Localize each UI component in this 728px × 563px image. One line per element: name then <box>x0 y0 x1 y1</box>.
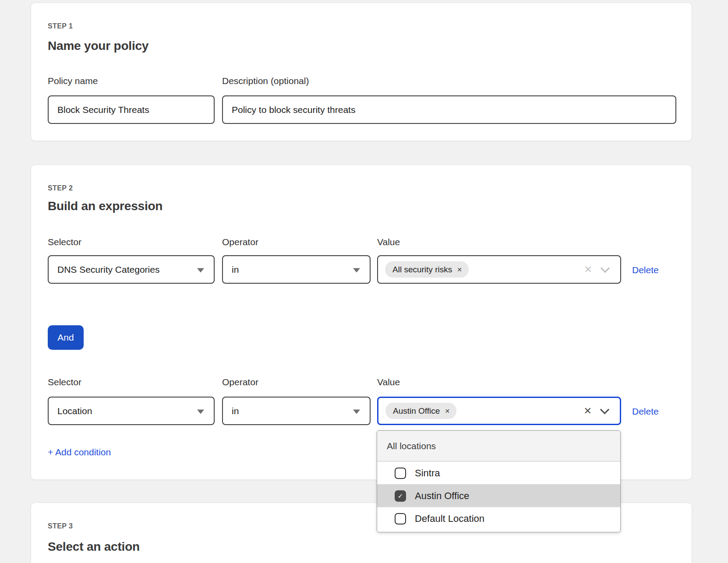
checkbox[interactable]: ✓ <box>395 490 406 502</box>
check-icon: ✓ <box>398 492 403 500</box>
operator-value: in <box>232 264 239 275</box>
policy-name-label: Policy name <box>48 76 98 86</box>
step3-title: Select an action <box>48 540 140 554</box>
chevron-down-icon[interactable] <box>601 264 610 273</box>
policy-name-input[interactable] <box>48 95 215 124</box>
dropdown-group-header: All locations <box>377 431 620 461</box>
value-column-label: Value <box>377 377 400 387</box>
step1-title: Name your policy <box>48 39 148 53</box>
caret-down-icon <box>353 409 360 414</box>
dropdown-option-austin-office[interactable]: ✓ Austin Office <box>377 484 620 507</box>
delete-condition-link[interactable]: Delete <box>632 265 659 275</box>
caret-down-icon <box>197 409 204 414</box>
operator-dropdown[interactable]: in <box>222 397 371 425</box>
selector-column-label: Selector <box>48 377 81 387</box>
value-tag-label: Austin Office <box>393 406 440 416</box>
step3-label: STEP 3 <box>48 522 73 530</box>
dropdown-option-sintra[interactable]: ✓ Sintra <box>377 461 620 484</box>
dropdown-option-label: Default Location <box>415 513 484 524</box>
checkbox[interactable]: ✓ <box>395 513 406 524</box>
step1-card: STEP 1 Name your policy Policy name Desc… <box>31 3 692 141</box>
step2-title: Build an expression <box>48 199 163 213</box>
chevron-down-icon[interactable] <box>600 405 609 414</box>
operator-column-label: Operator <box>222 237 258 247</box>
clear-all-icon[interactable]: ✕ <box>584 264 592 274</box>
step2-label: STEP 2 <box>48 184 73 192</box>
selector-dropdown[interactable]: DNS Security Categories <box>48 255 215 284</box>
selector-column-label: Selector <box>48 237 81 247</box>
operator-dropdown[interactable]: in <box>222 255 371 284</box>
description-label: Description (optional) <box>222 76 309 86</box>
description-input[interactable] <box>222 95 676 124</box>
location-dropdown-panel: All locations ✓ Sintra ✓ Austin Office ✓… <box>377 430 621 532</box>
delete-condition-link[interactable]: Delete <box>632 406 659 417</box>
dropdown-option-label: Sintra <box>415 468 440 479</box>
value-tag-label: All security risks <box>392 265 452 274</box>
selector-value: Location <box>57 406 92 416</box>
value-multiselect[interactable]: All security risks ✕ ✕ <box>377 255 621 284</box>
selector-value: DNS Security Categories <box>57 264 159 275</box>
value-column-label: Value <box>377 237 400 247</box>
clear-all-icon[interactable]: ✕ <box>584 406 592 415</box>
value-multiselect[interactable]: Austin Office ✕ ✕ <box>377 397 621 425</box>
remove-tag-icon[interactable]: ✕ <box>445 408 450 415</box>
remove-tag-icon[interactable]: ✕ <box>457 266 462 273</box>
caret-down-icon <box>353 268 360 272</box>
dropdown-option-label: Austin Office <box>415 490 469 502</box>
policy-builder-page: STEP 1 Name your policy Policy name Desc… <box>0 0 728 563</box>
checkbox[interactable]: ✓ <box>395 468 406 479</box>
operator-column-label: Operator <box>222 377 258 387</box>
operator-value: in <box>232 406 239 416</box>
value-tag: Austin Office ✕ <box>385 403 456 419</box>
step1-label: STEP 1 <box>48 22 73 30</box>
selector-dropdown[interactable]: Location <box>48 397 215 425</box>
add-condition-link[interactable]: + Add condition <box>48 447 111 457</box>
value-tag: All security risks ✕ <box>385 261 469 278</box>
caret-down-icon <box>197 268 204 272</box>
and-button[interactable]: And <box>48 325 84 350</box>
dropdown-option-default-location[interactable]: ✓ Default Location <box>377 507 620 530</box>
